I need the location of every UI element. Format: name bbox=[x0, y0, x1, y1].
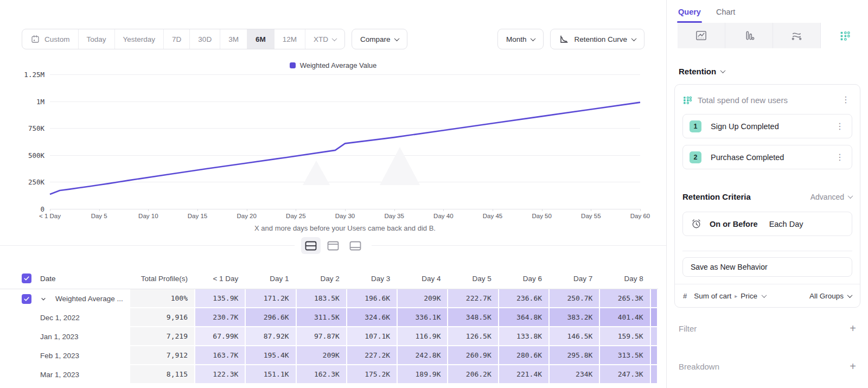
chevron-down-icon bbox=[847, 292, 853, 298]
retention-value-cell[interactable]: 135.9K bbox=[195, 289, 246, 308]
tab-chart[interactable]: Chart bbox=[716, 8, 735, 23]
retention-value-cell[interactable]: 260.9K bbox=[448, 346, 499, 365]
date-range-custom[interactable]: Custom bbox=[22, 29, 78, 49]
retention-value-cell[interactable]: 171.2K bbox=[246, 289, 296, 308]
retention-value-cell[interactable]: 183.5K bbox=[297, 289, 347, 308]
retention-value-cell[interactable]: 162.3K bbox=[297, 365, 347, 384]
select-all-checkbox[interactable] bbox=[22, 273, 31, 283]
retention-value-cell[interactable]: 348.5K bbox=[448, 308, 499, 327]
kebab-menu-icon[interactable]: ⋮ bbox=[839, 94, 852, 105]
split-view-toggle-button[interactable] bbox=[301, 237, 321, 254]
add-breakdown-button[interactable]: + bbox=[850, 361, 856, 372]
retention-value-cell[interactable]: 122.3K bbox=[195, 365, 246, 384]
retention-criteria-row[interactable]: On or Before Each Day bbox=[682, 212, 852, 236]
row-date-cell: Feb 1, 2023 bbox=[0, 346, 130, 365]
legend-series-label: Weighted Average Value bbox=[300, 61, 377, 69]
retention-value-cell[interactable]: 295.8K bbox=[550, 346, 600, 365]
retention-value-cell[interactable]: 247.3K bbox=[600, 365, 650, 384]
tab-query[interactable]: Query bbox=[678, 8, 701, 23]
retention-value-cell[interactable]: 159.5K bbox=[600, 327, 650, 346]
date-range-label: Today bbox=[87, 35, 106, 43]
retention-value-cell[interactable]: 209K bbox=[297, 346, 347, 365]
group-dropdown[interactable]: All Groups bbox=[809, 292, 852, 300]
retention-value-cell[interactable]: 126.5K bbox=[448, 327, 499, 346]
retention-value-cell[interactable]: 401.4K bbox=[600, 308, 650, 327]
save-as-new-behavior-button[interactable]: Save as New Behavior bbox=[682, 257, 852, 277]
retention-value-cell[interactable]: 87.92K bbox=[246, 327, 296, 346]
retention-value-cell[interactable]: 311.5K bbox=[297, 308, 347, 327]
date-range-3m[interactable]: 3M bbox=[220, 29, 247, 49]
retention-value-cell[interactable]: 230.7K bbox=[195, 308, 246, 327]
retention-value-cell[interactable]: 242.8K bbox=[398, 346, 448, 365]
retention-value-cell[interactable]: 163.7K bbox=[195, 346, 246, 365]
kebab-menu-icon[interactable]: ⋮ bbox=[833, 152, 846, 163]
retention-value-cell[interactable]: 221.4K bbox=[499, 365, 550, 384]
retention-curve-icon bbox=[559, 34, 569, 44]
column-header: Day 1 bbox=[246, 275, 296, 283]
retention-value-cell[interactable]: 151.1K bbox=[246, 365, 296, 384]
date-range-12m[interactable]: 12M bbox=[274, 29, 305, 49]
retention-value-cell[interactable]: 364.8K bbox=[499, 308, 550, 327]
retention-value-cell[interactable]: 67.99K bbox=[195, 327, 246, 346]
date-range-xtd[interactable]: XTD bbox=[305, 29, 344, 49]
criteria-mode-dropdown[interactable]: Advanced bbox=[810, 193, 852, 201]
measure-property-label[interactable]: Price bbox=[741, 292, 757, 300]
retention-value-cell[interactable]: 175.2K bbox=[347, 365, 398, 384]
column-header: Day 5 bbox=[448, 275, 499, 283]
retention-value-cell[interactable]: 336.1K bbox=[398, 308, 448, 327]
kebab-menu-icon[interactable]: ⋮ bbox=[833, 121, 846, 132]
retention-value-cell[interactable]: 383.2K bbox=[550, 308, 600, 327]
measure-event-label[interactable]: Sum of cart bbox=[694, 292, 731, 300]
add-filter-button[interactable]: + bbox=[850, 323, 856, 334]
table-view-toggle-button[interactable] bbox=[346, 237, 365, 254]
chart-type-flow-button[interactable] bbox=[773, 23, 821, 48]
chart-view-toggle-button[interactable] bbox=[323, 237, 343, 254]
chart-view-dropdown[interactable]: Retention Curve bbox=[550, 29, 644, 49]
total-profiles-cell: 8,115 bbox=[130, 365, 195, 384]
retention-report-page: CustomTodayYesterday7D30D3M6M12MXTD Comp… bbox=[0, 0, 868, 388]
retention-value-cell[interactable]: 280.6K bbox=[499, 346, 550, 365]
retention-value-cell[interactable]: 313.5K bbox=[600, 346, 650, 365]
retention-value-cell[interactable]: 236.6K bbox=[499, 289, 550, 308]
retention-value-cell[interactable]: 227.2K bbox=[347, 346, 398, 365]
row-label: Dec 1, 2022 bbox=[40, 314, 80, 322]
column-header: < 1 Day bbox=[195, 275, 246, 283]
compare-button[interactable]: Compare bbox=[352, 29, 408, 49]
line-chart-icon bbox=[695, 29, 707, 42]
criteria-condition[interactable]: On or Before bbox=[710, 220, 758, 228]
retention-value-cell[interactable]: 209K bbox=[398, 289, 448, 308]
retention-value-cell[interactable]: 146.5K bbox=[550, 327, 600, 346]
date-range-yesterday[interactable]: Yesterday bbox=[114, 29, 164, 49]
retention-value-cell[interactable]: 195.4K bbox=[246, 346, 296, 365]
criteria-unit[interactable]: Each Day bbox=[769, 220, 803, 228]
chart-type-bar-chart-button[interactable] bbox=[725, 23, 773, 48]
retention-value-cell[interactable]: 107.1K bbox=[347, 327, 398, 346]
table-row: Dec 1, 20229,916230.7K296.6K311.5K324.6K… bbox=[0, 308, 658, 327]
retention-value-cell[interactable]: 116.9K bbox=[398, 327, 448, 346]
date-range-7d[interactable]: 7D bbox=[163, 29, 189, 49]
retention-value-cell[interactable]: 222.7K bbox=[448, 289, 499, 308]
chart-type-retention-grid-button[interactable] bbox=[821, 23, 868, 48]
retention-value-cell[interactable]: 206.2K bbox=[448, 365, 499, 384]
retention-value-cell[interactable]: 196.6K bbox=[347, 289, 398, 308]
row-checkbox[interactable] bbox=[22, 294, 31, 304]
granularity-dropdown[interactable]: Month bbox=[497, 29, 544, 49]
weighted-average-line[interactable] bbox=[50, 103, 640, 194]
retention-value-cell[interactable]: 133.8K bbox=[499, 327, 550, 346]
report-type-selector[interactable]: Retention bbox=[679, 67, 868, 76]
column-header: Day 4 bbox=[398, 275, 448, 283]
retention-value-cell[interactable]: 265.3K bbox=[600, 289, 650, 308]
retention-value-cell[interactable]: 324.6K bbox=[347, 308, 398, 327]
behavior-step-row[interactable]: 1Sign Up Completed⋮ bbox=[682, 114, 852, 138]
retention-value-cell[interactable]: 189.9K bbox=[398, 365, 448, 384]
date-range-6m[interactable]: 6M bbox=[247, 29, 274, 49]
row-expander-chevron-icon[interactable] bbox=[40, 296, 47, 302]
date-range-today[interactable]: Today bbox=[78, 29, 114, 49]
retention-value-cell[interactable]: 234K bbox=[550, 365, 600, 384]
chart-type-line-chart-button[interactable] bbox=[678, 23, 725, 48]
behavior-step-row[interactable]: 2Purchase Completed⋮ bbox=[682, 145, 852, 169]
retention-value-cell[interactable]: 250.7K bbox=[550, 289, 600, 308]
date-range-30d[interactable]: 30D bbox=[189, 29, 220, 49]
retention-value-cell[interactable]: 296.6K bbox=[246, 308, 296, 327]
retention-value-cell[interactable]: 97.87K bbox=[297, 327, 347, 346]
